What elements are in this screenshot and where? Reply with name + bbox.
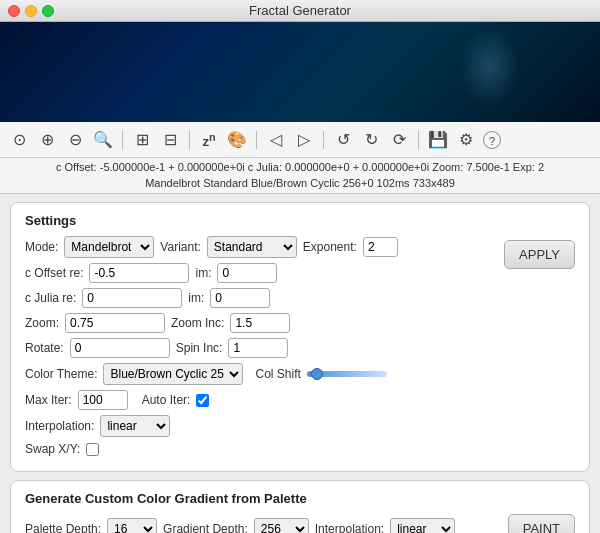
apply-button[interactable]: APPLY (504, 240, 575, 269)
refresh-icon[interactable]: ⟳ (388, 129, 410, 151)
palette-depth-label: Palette Depth: (25, 522, 101, 533)
c-julia-im-input[interactable] (210, 288, 270, 308)
sep4 (323, 131, 324, 149)
rotate-input[interactable] (70, 338, 170, 358)
c-julia-re-input[interactable] (82, 288, 182, 308)
swap-xy-checkbox[interactable] (86, 443, 99, 456)
palette-interpolation-select[interactable]: linear none cubic (390, 518, 455, 533)
exponent-label: Exponent: (303, 240, 357, 254)
status-line2: Mandelbrot Standard Blue/Brown Cyclic 25… (8, 176, 592, 191)
grid2-icon[interactable]: ⊟ (159, 129, 181, 151)
interpolation-select[interactable]: linear none cubic (100, 415, 170, 437)
status-bar: c Offset: -5.000000e-1 + 0.000000e+0i c … (0, 158, 600, 194)
gradient-depth-label: Gradient Depth: (163, 522, 248, 533)
toolbar: ⊙ ⊕ ⊖ 🔍 ⊞ ⊟ zn 🎨 ◁ ▷ ↺ ↻ ⟳ 💾 ⚙ ? (0, 122, 600, 158)
rotate-cw-icon[interactable]: ↻ (360, 129, 382, 151)
palette-interpolation-label: Interpolation: (315, 522, 384, 533)
grid1-icon[interactable]: ⊞ (131, 129, 153, 151)
palette-icon[interactable]: 🎨 (226, 129, 248, 151)
zoom-inc-input[interactable] (230, 313, 290, 333)
sep5 (418, 131, 419, 149)
traffic-lights[interactable] (8, 5, 54, 17)
variant-select[interactable]: Standard Burning Ship Tricorn (207, 236, 297, 258)
save-icon[interactable]: 💾 (427, 129, 449, 151)
c-julia-re-label: c Julia re: (25, 291, 76, 305)
close-button[interactable] (8, 5, 20, 17)
window-title: Fractal Generator (249, 3, 351, 18)
settings-title: Settings (25, 213, 575, 228)
swap-xy-label: Swap X/Y: (25, 442, 80, 456)
c-offset-re-label: c Offset re: (25, 266, 83, 280)
gear-icon[interactable]: ⚙ (455, 129, 477, 151)
c-julia-im-label: im: (188, 291, 204, 305)
rotate-ccw-icon[interactable]: ↺ (332, 129, 354, 151)
spin-inc-label: Spin Inc: (176, 341, 223, 355)
color-theme-select[interactable]: Blue/Brown Cyclic 256 Rainbow Grayscale … (103, 363, 243, 385)
fractal-preview[interactable] (0, 22, 600, 122)
status-line1: c Offset: -5.000000e-1 + 0.000000e+0i c … (8, 160, 592, 175)
col-shift-thumb[interactable] (311, 368, 323, 380)
max-iter-label: Max Iter: (25, 393, 72, 407)
palette-title: Generate Custom Color Gradient from Pale… (25, 491, 575, 506)
c-offset-im-label: im: (195, 266, 211, 280)
sep3 (256, 131, 257, 149)
palette-depth-select[interactable]: 8 16 32 64 (107, 518, 157, 533)
maximize-button[interactable] (42, 5, 54, 17)
next-icon[interactable]: ▷ (293, 129, 315, 151)
zoom-in-icon[interactable]: ⊕ (36, 129, 58, 151)
palette-panel: Generate Custom Color Gradient from Pale… (10, 480, 590, 533)
col-shift-slider[interactable] (307, 371, 387, 377)
auto-iter-checkbox[interactable] (196, 394, 209, 407)
rotate-label: Rotate: (25, 341, 64, 355)
prev-icon[interactable]: ◁ (265, 129, 287, 151)
zoom-inc-label: Zoom Inc: (171, 316, 224, 330)
mode-label: Mode: (25, 240, 58, 254)
max-iter-input[interactable] (78, 390, 128, 410)
exponent-input[interactable] (363, 237, 398, 257)
exponent-icon[interactable]: zn (198, 126, 220, 153)
zoom-label: Zoom: (25, 316, 59, 330)
zoom-out-icon[interactable]: ⊖ (64, 129, 86, 151)
zoom-input[interactable] (65, 313, 165, 333)
spin-inc-input[interactable] (228, 338, 288, 358)
c-offset-im-input[interactable] (217, 263, 277, 283)
auto-iter-label: Auto Iter: (142, 393, 191, 407)
search-icon[interactable]: 🔍 (92, 129, 114, 151)
settings-panel: Settings Mode: Mandelbrot Julia Newton V… (10, 202, 590, 472)
interpolation-label: Interpolation: (25, 419, 94, 433)
gradient-depth-select[interactable]: 128 256 512 1024 (254, 518, 309, 533)
target-icon[interactable]: ⊙ (8, 129, 30, 151)
help-icon[interactable]: ? (483, 131, 501, 149)
color-theme-label: Color Theme: (25, 367, 97, 381)
sep2 (189, 131, 190, 149)
mode-select[interactable]: Mandelbrot Julia Newton (64, 236, 154, 258)
title-bar: Fractal Generator (0, 0, 600, 22)
minimize-button[interactable] (25, 5, 37, 17)
main-content: Settings Mode: Mandelbrot Julia Newton V… (0, 194, 600, 533)
sep1 (122, 131, 123, 149)
variant-label: Variant: (160, 240, 200, 254)
paint-button[interactable]: PAINT (508, 514, 575, 533)
c-offset-re-input[interactable] (89, 263, 189, 283)
col-shift-label: Col Shift (255, 367, 300, 381)
